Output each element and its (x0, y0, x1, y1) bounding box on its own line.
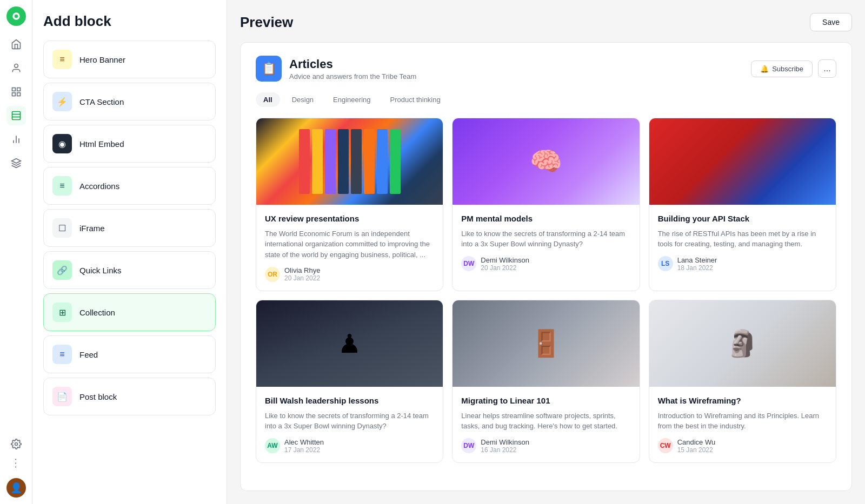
block-item-html-embed[interactable]: ◉ Html Embed (43, 125, 216, 163)
filter-tab-engineering[interactable]: Engineering (325, 92, 378, 107)
preview-panel: Preview Save 📋 Articles Advice and answe… (227, 0, 865, 504)
article-image-2: 🧠 (453, 118, 639, 205)
nav-users[interactable] (6, 58, 26, 78)
article-desc-4: Like to know the secrets of transforming… (265, 411, 434, 432)
svg-point-1 (14, 15, 18, 18)
icon-rail: ··· 👤 (0, 0, 32, 504)
filter-tab-design[interactable]: Design (284, 92, 321, 107)
filter-tab-all[interactable]: All (256, 92, 280, 107)
block-label-quick-links: Quick Links (79, 266, 122, 275)
block-icon-html-embed: ◉ (52, 134, 72, 153)
article-author-6: CW Candice Wu 15 Jan 2022 (658, 438, 827, 454)
nav-content[interactable] (6, 82, 26, 102)
block-item-collection[interactable]: ⊞ Collection (43, 293, 216, 331)
articles-title: Articles (289, 57, 416, 71)
app-logo[interactable] (6, 6, 26, 26)
article-card-2[interactable]: 🧠 PM mental models Like to know the secr… (452, 118, 640, 291)
article-image-1 (256, 118, 443, 205)
block-icon-hero-banner: ≡ (52, 50, 72, 69)
article-card-5[interactable]: 🚪 Migrating to Linear 101 Linear helps s… (452, 300, 640, 463)
filter-tab-product-thinking[interactable]: Product thinking (382, 92, 448, 107)
article-card-6[interactable]: 🗿 What is Wireframing? Introduction to W… (649, 300, 836, 463)
panel-title: Add block (43, 13, 216, 30)
article-title-2: PM mental models (461, 213, 630, 224)
article-desc-3: The rise of RESTful APIs has been met by… (658, 229, 827, 250)
block-icon-feed: ≡ (52, 345, 72, 364)
nav-layers[interactable] (6, 153, 26, 173)
filter-tabs: AllDesignEngineeringProduct thinking (256, 92, 836, 107)
block-icon-post-block: 📄 (52, 387, 72, 406)
block-item-cta-section[interactable]: ⚡ CTA Section (43, 83, 216, 120)
nav-settings[interactable] (6, 434, 26, 454)
nav-home[interactable] (6, 35, 26, 54)
nav-analytics[interactable] (6, 130, 26, 149)
article-date-3: 18 Jan 2022 (677, 264, 717, 272)
author-info-5: Demi Wilkinson 16 Jan 2022 (481, 438, 529, 454)
article-author-1: OR Olivia Rhye 20 Jan 2022 (265, 266, 434, 282)
articles-icon: 📋 (256, 56, 282, 82)
block-item-post-block[interactable]: 📄 Post block (43, 378, 216, 415)
block-label-collection: Collection (79, 308, 115, 317)
article-card-3[interactable]: Building your API Stack The rise of REST… (649, 118, 836, 291)
article-card-4[interactable]: ♟ Bill Walsh leadership lessons Like to … (256, 300, 443, 463)
block-label-html-embed: Html Embed (79, 139, 124, 149)
author-name-1: Olivia Rhye (284, 266, 320, 274)
block-item-quick-links[interactable]: 🔗 Quick Links (43, 251, 216, 289)
svg-rect-5 (17, 93, 20, 96)
article-author-3: LS Lana Steiner 18 Jan 2022 (658, 256, 827, 272)
article-title-6: What is Wireframing? (658, 395, 827, 406)
block-icon-accordions: ≡ (52, 176, 72, 196)
svg-rect-7 (12, 112, 20, 120)
author-info-1: Olivia Rhye 20 Jan 2022 (284, 266, 320, 282)
save-button[interactable]: Save (810, 13, 852, 31)
svg-point-2 (14, 64, 18, 68)
articles-actions: 🔔 Subscribe ... (751, 59, 836, 78)
article-card-1[interactable]: UX review presentations The World Econom… (256, 118, 443, 291)
block-list: ≡ Hero Banner ⚡ CTA Section ◉ Html Embed… (43, 41, 216, 415)
block-label-cta-section: CTA Section (79, 97, 124, 106)
article-title-1: UX review presentations (265, 213, 434, 224)
block-item-accordions[interactable]: ≡ Accordions (43, 167, 216, 205)
preview-card: 📋 Articles Advice and answers from the T… (240, 42, 852, 491)
block-icon-collection: ⊞ (52, 303, 72, 322)
article-desc-1: The World Economic Forum is an independe… (265, 229, 434, 260)
author-avatar-3: LS (658, 256, 673, 271)
svg-rect-3 (12, 88, 15, 91)
article-title-4: Bill Walsh leadership lessons (265, 395, 434, 406)
more-button[interactable]: ... (818, 59, 836, 78)
subscribe-label: Subscribe (772, 65, 803, 73)
block-icon-iframe: ☐ (52, 218, 72, 238)
article-image-3 (649, 118, 836, 205)
author-avatar-4: AW (265, 438, 280, 453)
block-icon-quick-links: 🔗 (52, 260, 72, 280)
article-desc-2: Like to know the secrets of transforming… (461, 229, 630, 250)
articles-header: 📋 Articles Advice and answers from the T… (256, 56, 836, 82)
block-label-hero-banner: Hero Banner (79, 55, 125, 64)
preview-title: Preview (240, 14, 293, 31)
subscribe-button[interactable]: 🔔 Subscribe (751, 61, 813, 77)
articles-left: 📋 Articles Advice and answers from the T… (256, 56, 416, 82)
articles-info: Articles Advice and answers from the Tri… (289, 57, 416, 80)
block-item-iframe[interactable]: ☐ iFrame (43, 209, 216, 247)
article-author-4: AW Alec Whitten 17 Jan 2022 (265, 438, 434, 454)
article-date-2: 20 Jan 2022 (481, 264, 529, 272)
nav-blocks[interactable] (6, 106, 26, 125)
article-desc-5: Linear helps streamline software project… (461, 411, 630, 432)
author-info-4: Alec Whitten 17 Jan 2022 (284, 438, 324, 454)
more-options-icon[interactable]: ··· (10, 458, 22, 469)
author-avatar-6: CW (658, 438, 673, 453)
author-name-6: Candice Wu (677, 438, 716, 446)
articles-subtitle: Advice and answers from the Tribe Team (289, 72, 416, 80)
author-name-3: Lana Steiner (677, 256, 717, 264)
author-avatar-1: OR (265, 267, 280, 282)
block-item-hero-banner[interactable]: ≡ Hero Banner (43, 41, 216, 78)
user-avatar[interactable]: 👤 (6, 478, 26, 498)
article-date-5: 16 Jan 2022 (481, 446, 529, 454)
add-block-panel: Add block ≡ Hero Banner ⚡ CTA Section ◉ … (32, 0, 227, 504)
article-body-1: UX review presentations The World Econom… (256, 205, 443, 291)
article-image-5: 🚪 (453, 300, 639, 387)
bell-icon: 🔔 (760, 65, 769, 73)
block-item-feed[interactable]: ≡ Feed (43, 335, 216, 373)
article-body-2: PM mental models Like to know the secret… (453, 205, 639, 280)
article-image-4: ♟ (256, 300, 443, 387)
